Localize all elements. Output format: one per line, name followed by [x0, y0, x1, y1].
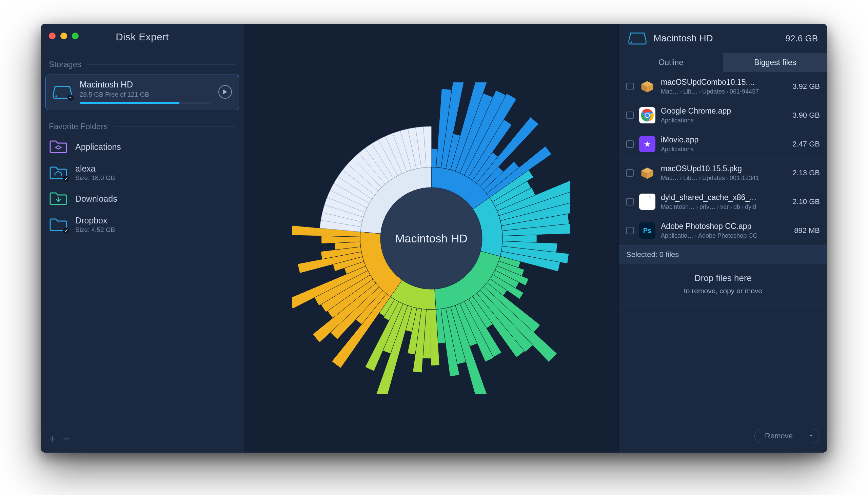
storage-usage-bar: [80, 102, 211, 104]
file-row[interactable]: macOSUpdCombo10.15.... Mac…›Lib…›Updates…: [619, 72, 827, 101]
sidebar-footer: + −: [41, 425, 244, 453]
favorites-section-header: Favorite Folders: [41, 112, 244, 135]
storage-item-macintosh-hd[interactable]: Macintosh HD 28.5 GB Free of 121 GB: [46, 74, 239, 110]
file-size: 3.90 GB: [793, 111, 820, 120]
file-path: Applications: [661, 117, 784, 124]
folder-icon: [49, 217, 68, 232]
svg-point-2: [631, 41, 632, 43]
disk-icon: [53, 84, 72, 99]
file-path: Applicatio…›Adobe Photoshop CC: [661, 232, 786, 239]
drop-zone-subtitle: to remove, copy or move: [622, 287, 824, 295]
file-name: Adobe Photoshop CC.app: [661, 222, 786, 231]
folder-icon: [49, 191, 68, 206]
drop-zone-title: Drop files here: [622, 273, 824, 284]
file-icon: [639, 193, 656, 210]
file-size: 3.92 GB: [793, 82, 820, 91]
file-name: iMovie.app: [661, 135, 784, 144]
remove-storage-button[interactable]: −: [63, 433, 70, 444]
file-checkbox[interactable]: [626, 140, 634, 148]
file-size: 2.10 GB: [793, 197, 820, 206]
scan-button[interactable]: [218, 85, 232, 99]
details-header: Macintosh HD 92.6 GB: [619, 24, 827, 53]
file-icon: [639, 107, 656, 123]
file-checkbox[interactable]: [626, 198, 634, 205]
favorite-folder-dropbox[interactable]: Dropbox Size: 4.52 GB: [41, 211, 244, 238]
file-icon: ★: [639, 136, 656, 152]
disk-icon: [628, 31, 647, 46]
details-disk-size: 92.6 GB: [786, 33, 818, 44]
folder-name: Applications: [75, 142, 121, 152]
window-minimize-button[interactable]: [61, 33, 67, 39]
folder-icon: [49, 166, 68, 181]
file-row[interactable]: macOSUpd10.15.5.pkg Mac…›Lib…›Updates›00…: [619, 159, 827, 187]
divider: [114, 126, 236, 127]
file-icon: Ps: [639, 222, 656, 239]
folder-icon: [49, 139, 68, 154]
storages-section-header: Storages: [41, 50, 244, 72]
folder-size: Size: 18.0 GB: [75, 174, 115, 182]
storage-subtitle: 28.5 GB Free of 121 GB: [80, 91, 211, 98]
file-checkbox[interactable]: [626, 227, 634, 234]
file-size: 2.47 GB: [793, 140, 820, 149]
file-row[interactable]: Ps Adobe Photoshop CC.app Applicatio…›Ad…: [619, 216, 827, 245]
window-zoom-button[interactable]: [72, 33, 79, 39]
file-name: Google Chrome.app: [661, 106, 784, 116]
file-path: Mac…›Lib…›Updates›061-94457: [661, 88, 784, 95]
file-path: Macintosh…›priv…›var›db›dyld: [661, 203, 784, 210]
file-path: Mac…›Lib…›Updates›001-12341: [661, 175, 784, 182]
folder-name: Downloads: [75, 194, 117, 204]
chart-panel: Macintosh HD: [244, 24, 618, 453]
sidebar: Disk Expert Storages Macintosh HD 28.5 G…: [41, 24, 244, 453]
favorite-folder-downloads[interactable]: Downloads: [41, 186, 244, 211]
add-storage-button[interactable]: +: [49, 433, 56, 444]
chart-center-label: Macintosh HD: [395, 232, 467, 245]
remove-button-label: Remove: [755, 429, 803, 443]
file-size: 892 MB: [794, 226, 820, 235]
file-checkbox[interactable]: [626, 83, 634, 90]
file-row[interactable]: ★ iMovie.app Applications 2.47 GB: [619, 130, 827, 159]
file-name: macOSUpdCombo10.15....: [661, 78, 784, 87]
details-tabs: Outline Biggest files: [619, 53, 827, 72]
details-panel: Macintosh HD 92.6 GB Outline Biggest fil…: [618, 24, 827, 453]
folder-name: alexa: [75, 164, 115, 174]
details-disk-name: Macintosh HD: [653, 33, 779, 44]
selection-status: Selected: 0 files: [619, 245, 827, 264]
file-checkbox[interactable]: [626, 112, 634, 119]
folder-name: Dropbox: [75, 216, 115, 225]
tab-outline[interactable]: Outline: [619, 53, 723, 72]
file-size: 2.13 GB: [793, 169, 820, 177]
divider: [87, 64, 236, 65]
file-name: macOSUpd10.15.5.pkg: [661, 164, 784, 173]
app-window: Disk Expert Storages Macintosh HD 28.5 G…: [41, 24, 827, 453]
storage-name: Macintosh HD: [80, 80, 211, 89]
folder-size: Size: 4.52 GB: [75, 226, 115, 234]
storage-usage-bar-fill: [80, 102, 180, 104]
biggest-files-list: macOSUpdCombo10.15.... Mac…›Lib…›Updates…: [619, 72, 827, 245]
file-icon: [639, 165, 656, 181]
storages-label: Storages: [49, 60, 81, 69]
file-row[interactable]: dyld_shared_cache_x86_... Macintosh…›pri…: [619, 187, 827, 216]
titlebar: Disk Expert: [41, 24, 244, 50]
favorite-folder-applications[interactable]: Applications: [41, 135, 244, 159]
file-name: dyld_shared_cache_x86_...: [661, 193, 784, 202]
file-row[interactable]: Google Chrome.app Applications 3.90 GB: [619, 101, 827, 130]
file-icon: [639, 78, 656, 95]
favorites-label: Favorite Folders: [49, 122, 107, 131]
sunburst-chart[interactable]: Macintosh HD: [292, 82, 570, 394]
svg-point-0: [55, 95, 57, 97]
remove-button[interactable]: Remove: [754, 429, 819, 443]
remove-button-dropdown[interactable]: [803, 429, 819, 443]
favorite-folder-alexa[interactable]: alexa Size: 18.0 GB: [41, 159, 244, 186]
file-checkbox[interactable]: [626, 169, 634, 177]
window-close-button[interactable]: [49, 33, 56, 39]
tab-biggest-files[interactable]: Biggest files: [723, 53, 828, 72]
file-path: Applications: [661, 146, 784, 153]
drop-zone[interactable]: Drop files here to remove, copy or move: [619, 264, 827, 306]
svg-point-6: [645, 113, 649, 117]
